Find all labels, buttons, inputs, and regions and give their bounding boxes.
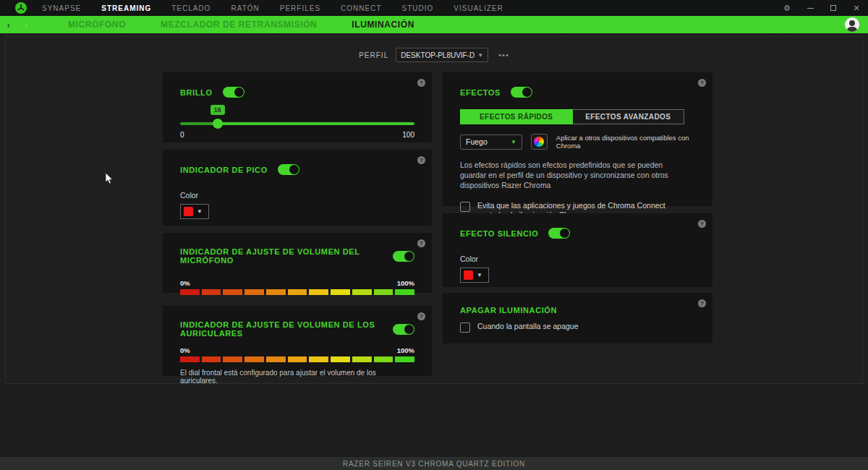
panel-efecto-silencio: ? EFECTO SILENCIO Color ▼	[443, 213, 712, 287]
help-icon[interactable]: ?	[698, 220, 706, 228]
help-icon[interactable]: ?	[417, 312, 425, 320]
silencio-toggle[interactable]	[548, 228, 570, 239]
panel-brillo: ? BRILLO 16 0 100	[163, 72, 432, 142]
mic-meter-min: 0%	[180, 279, 190, 287]
pico-color-dropdown[interactable]: ▼	[180, 204, 209, 219]
help-icon[interactable]: ?	[417, 79, 425, 87]
menu-studio[interactable]: STUDIO	[402, 4, 434, 12]
headset-meter-min: 0%	[180, 346, 190, 354]
chroma-apply-button[interactable]	[531, 134, 548, 150]
brillo-toggle[interactable]	[223, 87, 244, 98]
headset-volume-meter	[180, 356, 414, 362]
titlebar: SYNAPSE STREAMING TECLADO RATÓN PERFILES…	[0, 0, 868, 16]
profile-dropdown-value: DESKTOP-PL8UVIF-De...	[401, 51, 475, 59]
chevron-down-icon: ▼	[477, 52, 483, 59]
menu-teclado[interactable]: TECLADO	[171, 4, 210, 12]
brillo-slider-track[interactable]	[180, 122, 414, 125]
nav-back-icon[interactable]: ‹	[0, 20, 17, 30]
tab-mezclador[interactable]: MEZCLADOR DE RETRANSMISIÓN	[143, 20, 334, 30]
mic-meter-title: INDICADOR DE AJUSTE DE VOLUMEN DEL MICRÓ…	[180, 247, 383, 265]
profile-dropdown[interactable]: DESKTOP-PL8UVIF-De... ▼	[396, 48, 488, 62]
maximize-button[interactable]	[822, 0, 845, 16]
panel-efectos: ? EFECTOS EFECTOS RÁPIDOS EFECTOS AVANZA…	[443, 72, 712, 206]
menu-connect[interactable]: CONNECT	[341, 4, 381, 12]
help-icon[interactable]: ?	[698, 79, 706, 87]
nav-forward-icon[interactable]: ›	[17, 20, 35, 30]
tab-efectos-avanzados[interactable]: EFECTOS AVANZADOS	[573, 109, 685, 124]
settings-gear-icon[interactable]: ⚙	[775, 0, 799, 16]
minimize-button[interactable]	[799, 0, 822, 16]
chevron-down-icon: ▼	[511, 139, 516, 145]
pico-title: INDICADOR DE PICO	[180, 166, 268, 174]
lower-empty-area	[0, 384, 868, 457]
menu-synapse[interactable]: SYNAPSE	[42, 4, 81, 12]
help-icon[interactable]: ?	[698, 299, 706, 307]
silencio-title: EFECTO SILENCIO	[460, 229, 538, 238]
device-status-bar: RAZER SEIREN V3 CHROMA QUARTZ EDITION	[0, 457, 868, 470]
brillo-slider[interactable]: 16 0 100	[180, 122, 414, 151]
brillo-title: BRILLO	[180, 88, 213, 97]
apagar-checkbox[interactable]	[460, 322, 470, 333]
headset-meter-note: El dial frontal está configurado para aj…	[180, 369, 414, 385]
headset-meter-max: 100%	[397, 346, 414, 354]
tab-iluminacion[interactable]: ILUMINACIÓN	[334, 20, 432, 30]
panel-apagar-iluminacion: ? APAGAR ILUMINACIÓN Cuando la pantalla …	[443, 293, 712, 343]
efectos-title: EFECTOS	[460, 88, 501, 97]
mic-volume-meter	[180, 289, 414, 295]
content-scroll-area	[5, 36, 863, 384]
chroma-wheel-icon	[534, 137, 544, 147]
panel-headset-volume: ? INDICADOR DE AJUSTE DE VOLUMEN DE LOS …	[163, 306, 432, 376]
profile-label: PERFIL	[359, 51, 388, 59]
window-controls: ⚙ ✕	[775, 0, 868, 16]
apagar-title: APAGAR ILUMINACIÓN	[460, 306, 557, 315]
effect-dropdown[interactable]: Fuego ▼	[460, 134, 522, 150]
efectos-description: Los efectos rápidos son efectos predefin…	[460, 160, 690, 191]
mic-meter-max: 100%	[397, 279, 414, 287]
profile-more-button[interactable]: •••	[498, 51, 509, 59]
brillo-min-label: 0	[180, 131, 184, 139]
panel-mic-volume: ? INDICADOR DE AJUSTE DE VOLUMEN DEL MIC…	[163, 233, 432, 293]
silencio-color-swatch	[464, 270, 473, 280]
tab-microfono[interactable]: MICRÓFONO	[51, 20, 143, 30]
help-icon[interactable]: ?	[417, 156, 425, 164]
chevron-down-icon: ▼	[477, 272, 482, 278]
silencio-color-dropdown[interactable]: ▼	[460, 268, 489, 283]
headset-meter-toggle[interactable]	[393, 324, 414, 335]
mic-meter-toggle[interactable]	[393, 251, 414, 262]
brillo-value-badge: 16	[210, 105, 225, 115]
close-button[interactable]: ✕	[845, 0, 868, 16]
subnav-bar: ‹ › MICRÓFONO MEZCLADOR DE RETRANSMISIÓN…	[0, 16, 868, 33]
profile-row: PERFIL DESKTOP-PL8UVIF-De... ▼ •••	[0, 48, 868, 62]
device-name: RAZER SEIREN V3 CHROMA QUARTZ EDITION	[343, 460, 525, 468]
chevron-down-icon: ▼	[197, 208, 203, 215]
chroma-connect-checkbox[interactable]	[460, 202, 470, 212]
help-icon[interactable]: ?	[417, 239, 425, 247]
razer-logo-icon	[15, 2, 27, 14]
pico-color-label: Color	[180, 191, 414, 200]
pico-color-swatch	[184, 207, 193, 216]
menu-visualizer[interactable]: VISUALIZER	[454, 4, 503, 12]
menu-raton[interactable]: RATÓN	[231, 4, 259, 12]
menu-perfiles[interactable]: PERFILES	[280, 4, 320, 12]
menu-streaming[interactable]: STREAMING	[101, 4, 151, 12]
top-menu: SYNAPSE STREAMING TECLADO RATÓN PERFILES…	[42, 4, 503, 12]
headset-meter-title: INDICADOR DE AJUSTE DE VOLUMEN DE LOS AU…	[180, 320, 383, 338]
panel-indicador-pico: ? INDICADOR DE PICO Color ▼	[163, 150, 432, 226]
user-avatar[interactable]	[845, 17, 859, 32]
silencio-color-label: Color	[460, 255, 695, 263]
chroma-note: Aplicar a otros dispositivos compatibles…	[556, 134, 695, 150]
brillo-max-label: 100	[402, 131, 414, 139]
brillo-slider-thumb[interactable]	[213, 119, 223, 129]
efectos-toggle[interactable]	[511, 87, 532, 98]
apagar-checkbox-label: Cuando la pantalla se apague	[477, 322, 687, 332]
efectos-tabs: EFECTOS RÁPIDOS EFECTOS AVANZADOS	[460, 109, 684, 124]
effect-dropdown-value: Fuego	[466, 137, 511, 146]
tab-efectos-rapidos[interactable]: EFECTOS RÁPIDOS	[460, 109, 573, 124]
pico-toggle[interactable]	[278, 164, 299, 175]
